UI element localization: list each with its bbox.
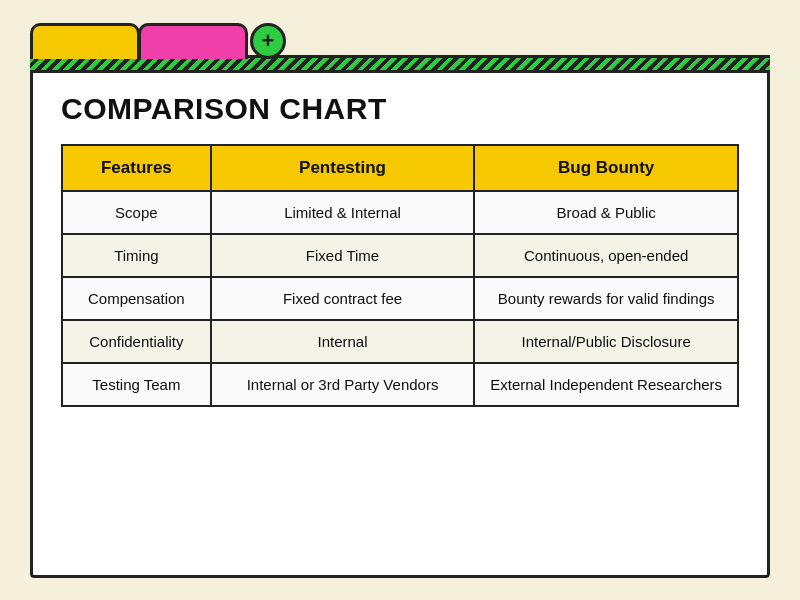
header-features: Features xyxy=(62,145,211,191)
tab-add[interactable]: + xyxy=(250,23,286,59)
table-row: TimingFixed TimeContinuous, open-ended xyxy=(62,234,738,277)
cell-pentesting: Fixed contract fee xyxy=(211,277,475,320)
chart-title: COMPARISON CHART xyxy=(61,92,739,126)
cell-feature: Scope xyxy=(62,191,211,234)
cell-feature: Timing xyxy=(62,234,211,277)
table-row: ScopeLimited & InternalBroad & Public xyxy=(62,191,738,234)
cell-bugbounty: External Independent Researchers xyxy=(474,363,738,406)
table-header-row: Features Pentesting Bug Bounty xyxy=(62,145,738,191)
cell-bugbounty: Broad & Public xyxy=(474,191,738,234)
cell-pentesting: Limited & Internal xyxy=(211,191,475,234)
table-row: ConfidentialityInternalInternal/Public D… xyxy=(62,320,738,363)
cell-feature: Confidentiality xyxy=(62,320,211,363)
cell-pentesting: Internal or 3rd Party Vendors xyxy=(211,363,475,406)
main-card: COMPARISON CHART Features Pentesting Bug… xyxy=(30,65,770,578)
comparison-table: Features Pentesting Bug Bounty ScopeLimi… xyxy=(61,144,739,407)
cell-feature: Testing Team xyxy=(62,363,211,406)
table-row: Testing TeamInternal or 3rd Party Vendor… xyxy=(62,363,738,406)
table-body: ScopeLimited & InternalBroad & PublicTim… xyxy=(62,191,738,406)
header-bugbounty: Bug Bounty xyxy=(474,145,738,191)
header-pentesting: Pentesting xyxy=(211,145,475,191)
cell-pentesting: Internal xyxy=(211,320,475,363)
tab-yellow[interactable] xyxy=(30,23,140,59)
outer-container: + COMPARISON CHART Features Pentesting B… xyxy=(30,23,770,578)
cell-bugbounty: Continuous, open-ended xyxy=(474,234,738,277)
cell-bugbounty: Internal/Public Disclosure xyxy=(474,320,738,363)
tab-pink[interactable] xyxy=(138,23,248,59)
table-row: CompensationFixed contract feeBounty rew… xyxy=(62,277,738,320)
cell-pentesting: Fixed Time xyxy=(211,234,475,277)
cell-bugbounty: Bounty rewards for valid findings xyxy=(474,277,738,320)
cell-feature: Compensation xyxy=(62,277,211,320)
tabs-bar: + xyxy=(30,23,286,59)
